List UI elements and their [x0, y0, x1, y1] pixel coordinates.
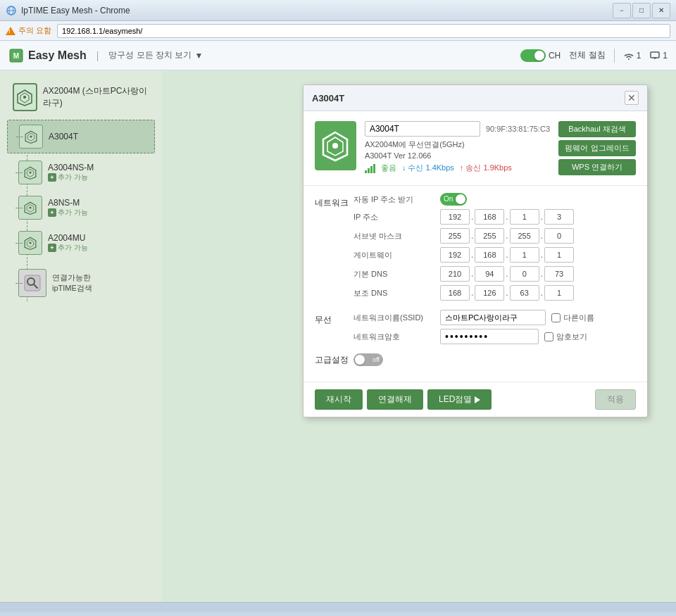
dns2-field-4[interactable]: [544, 285, 574, 301]
wireless-section: 무선 네트워크이름(SSID) 다른이름: [315, 310, 636, 348]
modal-title: A3004T: [312, 93, 344, 103]
firmware-upgrade-button[interactable]: 펌웨어 업그레이드: [558, 140, 636, 156]
router-icon-1: [23, 129, 39, 144]
search-device[interactable]: 연결가능한 ipTIME검색: [7, 265, 155, 301]
apply-button[interactable]: 적용: [595, 389, 636, 410]
gateway-field-3[interactable]: [510, 247, 539, 263]
svg-point-28: [332, 143, 338, 149]
svg-point-13: [30, 135, 32, 137]
address-input[interactable]: [57, 24, 670, 38]
led-button[interactable]: LED점멸: [427, 389, 492, 410]
child-device-a8ns[interactable]: A8NS-M + 추가 가능: [7, 191, 155, 224]
subnet-field-3[interactable]: [510, 228, 539, 244]
advanced-section: 고급설정 off: [315, 353, 636, 366]
ssid-other-checkbox[interactable]: [551, 313, 561, 322]
gateway-field-4[interactable]: [544, 247, 574, 263]
device-tree: AX2004M (스마트PC사랑이라구) A3004T: [7, 77, 155, 301]
toggle-track: [520, 49, 546, 62]
restart-button[interactable]: 재시작: [315, 389, 363, 410]
wps-connect-button[interactable]: WPS 연결하기: [558, 159, 636, 175]
gateway-field-1[interactable]: [440, 247, 470, 263]
child-device-a2004mu[interactable]: A2004MU + 추가 가능: [7, 227, 155, 259]
header-separator: |: [96, 50, 99, 61]
child-device-a3004ns[interactable]: A3004NS-M + 추가 가능: [7, 156, 155, 189]
ip-field-1[interactable]: [440, 209, 470, 225]
auto-ip-row: 자동 IP 주소 받기 On: [353, 193, 636, 206]
ip-label: IP 주소: [353, 212, 434, 222]
dns-field-4[interactable]: [544, 266, 574, 282]
dns-field-3[interactable]: [510, 266, 539, 282]
app-title: Easy Mesh: [28, 49, 87, 62]
child-device-a3004t-icon: [19, 125, 43, 149]
password-label: 네트워크암호: [353, 332, 434, 342]
close-button[interactable]: ✕: [652, 3, 670, 18]
auto-ip-toggle[interactable]: On: [440, 193, 467, 206]
title-bar-left: IpTIME Easy Mesh - Chrome: [6, 5, 130, 16]
app-logo: M Easy Mesh: [8, 48, 87, 63]
dns2-field-1[interactable]: [440, 285, 470, 301]
device-image: [315, 121, 356, 170]
warning-icon: [6, 27, 15, 35]
signal-row: 좋음 ↓ 수신 1.4Kbps ↑ 송신 1.9Kbps: [365, 163, 550, 173]
device-action-buttons: Backhaul 재검색 펌웨어 업그레이드 WPS 연결하기: [558, 121, 636, 175]
bottom-scrollbar[interactable]: [0, 602, 676, 612]
password-show-checkbox[interactable]: [544, 332, 553, 341]
child-device-a3004t-name: A3004T: [49, 132, 149, 142]
svg-rect-5: [651, 52, 659, 58]
password-input[interactable]: [440, 329, 539, 344]
app-container: M Easy Mesh | 망구성 모든 장치 보기 ▼ CH 전체 절침: [0, 41, 676, 602]
download-speed: ↓ 수신 1.4Kbps: [402, 163, 454, 173]
subnet-field-2[interactable]: [475, 228, 504, 244]
backhaul-scan-button[interactable]: Backhaul 재검색: [558, 121, 636, 137]
add-icon-2: +: [48, 208, 56, 217]
ip-field-3[interactable]: [510, 209, 539, 225]
channel-toggle[interactable]: CH: [520, 49, 561, 62]
router-icon-4: [23, 235, 38, 251]
minimize-button[interactable]: －: [613, 3, 631, 18]
dns2-field-3[interactable]: [510, 285, 539, 301]
signal-label: 전체 절침: [569, 49, 605, 61]
main-content: AX2004M (스마트PC사랑이라구) A3004T: [0, 70, 676, 602]
gateway-field-2[interactable]: [475, 247, 504, 263]
subnet-field-1[interactable]: [440, 228, 470, 244]
signal-quality: 좋음: [381, 163, 396, 173]
dns-label: 기본 DNS: [353, 269, 434, 279]
disconnect-button[interactable]: 연결해제: [367, 389, 423, 410]
advanced-toggle[interactable]: off: [353, 353, 383, 366]
dns-field-2[interactable]: [475, 266, 504, 282]
ssid-input[interactable]: [440, 310, 546, 325]
child-device-a3004t[interactable]: A3004T: [7, 120, 155, 153]
network-section-content: 자동 IP 주소 받기 On IP 주소: [353, 193, 636, 304]
advanced-toggle-label: off: [373, 356, 380, 363]
add-icon-1: +: [48, 173, 56, 182]
modal-close-button[interactable]: ✕: [625, 91, 639, 105]
device-router-image: [318, 128, 353, 163]
maximize-button[interactable]: □: [632, 3, 651, 18]
mesh-view-menu[interactable]: 망구성 모든 장치 보기 ▼: [108, 49, 203, 61]
mesh-logo-icon: M: [8, 48, 24, 63]
subnet-field-4[interactable]: [544, 228, 574, 244]
device-name-input[interactable]: [365, 121, 480, 137]
child-device-a8ns-icon: [18, 196, 42, 220]
settings-area: 네트워크 자동 IP 주소 받기 On: [303, 186, 647, 379]
gateway-input-group: . . .: [440, 247, 574, 263]
warning-text: 주의 요함: [18, 25, 51, 36]
wifi-count: 1: [637, 51, 641, 61]
ip-address-row: IP 주소 . . .: [353, 209, 636, 225]
ssid-label: 네트워크이름(SSID): [353, 313, 434, 323]
password-show-label[interactable]: 암호보기: [544, 332, 587, 342]
ssid-other-label[interactable]: 다른이름: [551, 313, 594, 323]
title-bar: IpTIME Easy Mesh - Chrome － □ ✕: [0, 0, 676, 21]
dns-field-1[interactable]: [440, 266, 470, 282]
device-count: 1: [663, 51, 668, 61]
device-icon: [649, 51, 661, 61]
ip-field-2[interactable]: [475, 209, 504, 225]
search-icon: [23, 274, 42, 292]
ip-field-4[interactable]: [544, 209, 574, 225]
subnet-row: 서브넷 마스크 . . .: [353, 228, 636, 244]
footer-left-buttons: 재시작 연결해제 LED점멸: [315, 389, 492, 410]
auto-ip-label: 자동 IP 주소 받기: [353, 194, 434, 205]
advanced-toggle-thumb: [355, 355, 365, 365]
dns2-field-2[interactable]: [475, 285, 504, 301]
child-device-a2004mu-name: A2004MU: [48, 233, 149, 243]
